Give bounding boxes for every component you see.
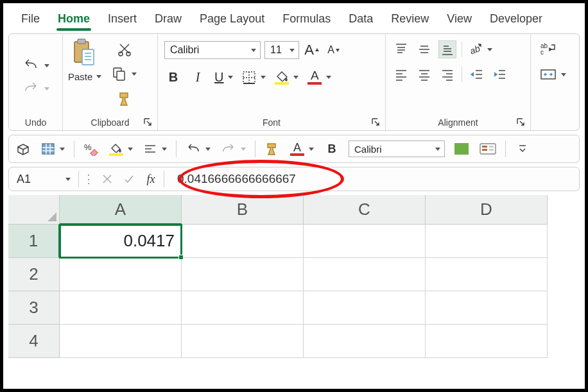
tab-home[interactable]: Home bbox=[49, 8, 99, 32]
wrap-text-button[interactable]: abc bbox=[539, 40, 558, 57]
select-all-corner[interactable] bbox=[8, 195, 60, 225]
row-header-1[interactable]: 1 bbox=[8, 225, 60, 258]
increase-font-button[interactable]: A bbox=[303, 40, 321, 60]
cell-d2[interactable] bbox=[426, 258, 548, 291]
col-header-c[interactable]: C bbox=[304, 195, 426, 225]
col-header-a[interactable]: A bbox=[60, 195, 182, 225]
qat-form-button[interactable] bbox=[478, 141, 497, 157]
formula-input[interactable]: 0.0416666666666667 bbox=[168, 172, 296, 186]
cell-a2[interactable] bbox=[60, 258, 182, 291]
paintbrush-icon bbox=[116, 90, 133, 107]
paste-button[interactable]: Paste bbox=[68, 38, 101, 82]
svg-rect-46 bbox=[541, 70, 555, 79]
cell-d3[interactable] bbox=[426, 291, 548, 325]
redo-icon bbox=[221, 143, 236, 155]
qat-format-painter-button[interactable] bbox=[263, 141, 281, 157]
group-label-undo: Undo bbox=[14, 116, 57, 128]
col-header-b[interactable]: B bbox=[182, 195, 304, 225]
paste-icon bbox=[72, 38, 98, 67]
scissors-icon bbox=[117, 42, 132, 57]
name-box[interactable]: A1 bbox=[13, 173, 74, 186]
qat-redo-button[interactable] bbox=[220, 141, 247, 157]
copy-button[interactable] bbox=[110, 65, 138, 83]
launcher-icon bbox=[371, 117, 380, 126]
cell-b3[interactable] bbox=[182, 291, 304, 325]
cell-a1[interactable]: 0.0417 bbox=[60, 225, 182, 258]
cell-c4[interactable] bbox=[304, 325, 426, 358]
cell-b2[interactable] bbox=[182, 258, 304, 291]
percent-eraser-icon: % bbox=[84, 142, 98, 156]
bucket-icon bbox=[109, 142, 123, 153]
tab-view[interactable]: View bbox=[438, 8, 481, 32]
qat-fontcolor-button[interactable]: A bbox=[289, 141, 315, 157]
alignment-launcher[interactable] bbox=[516, 117, 525, 126]
fill-color-button[interactable] bbox=[273, 69, 300, 86]
col-header-d[interactable]: D bbox=[426, 195, 548, 225]
qat-undo-button[interactable] bbox=[184, 141, 212, 157]
paste-label: Paste bbox=[68, 71, 92, 82]
align-left-button[interactable] bbox=[392, 66, 410, 83]
qat-table-button[interactable] bbox=[40, 141, 66, 157]
format-painter-button[interactable] bbox=[115, 89, 134, 108]
tab-data[interactable]: Data bbox=[340, 8, 382, 32]
tab-page-layout[interactable]: Page Layout bbox=[191, 8, 273, 32]
borders-button[interactable] bbox=[241, 69, 267, 86]
align-bottom-button[interactable] bbox=[438, 40, 456, 58]
cell-c1[interactable] bbox=[304, 225, 426, 258]
chevron-down-icon bbox=[518, 143, 527, 155]
group-label-font: Font bbox=[163, 116, 380, 128]
cut-button[interactable] bbox=[116, 40, 134, 58]
merge-center-button[interactable] bbox=[539, 66, 567, 83]
undo-button[interactable] bbox=[21, 57, 51, 74]
row-header-4[interactable]: 4 bbox=[8, 325, 60, 358]
fill-handle[interactable] bbox=[178, 255, 184, 260]
cell-d1[interactable] bbox=[426, 225, 548, 258]
redo-button[interactable] bbox=[21, 80, 51, 97]
row-header-3[interactable]: 3 bbox=[8, 291, 60, 325]
cell-c2[interactable] bbox=[304, 258, 426, 291]
font-size-value: 11 bbox=[270, 44, 282, 56]
qat-align-button[interactable] bbox=[142, 141, 168, 157]
cell-c3[interactable] bbox=[304, 291, 426, 325]
orientation-button[interactable]: ab bbox=[467, 41, 494, 58]
font-name-select[interactable]: Calibri bbox=[164, 41, 261, 59]
decrease-font-button[interactable]: A bbox=[325, 42, 343, 58]
align-bottom-icon bbox=[440, 42, 454, 56]
tab-review[interactable]: Review bbox=[382, 8, 438, 32]
align-center-button[interactable] bbox=[415, 66, 433, 83]
align-middle-button[interactable] bbox=[415, 41, 433, 58]
tab-insert[interactable]: Insert bbox=[99, 8, 146, 32]
bold-button[interactable]: B bbox=[164, 69, 182, 86]
qat-fillcolor-button[interactable] bbox=[108, 141, 134, 157]
tab-formulas[interactable]: Formulas bbox=[273, 8, 340, 32]
qat-percent-button[interactable]: % bbox=[82, 141, 100, 157]
clipboard-launcher[interactable] bbox=[143, 117, 152, 126]
tab-draw[interactable]: Draw bbox=[146, 8, 191, 32]
cell-b1[interactable] bbox=[182, 225, 304, 258]
italic-button[interactable]: I bbox=[189, 69, 207, 86]
qat-bold-button[interactable]: B bbox=[323, 141, 341, 157]
cell-d4[interactable] bbox=[426, 325, 548, 358]
underline-button[interactable]: U bbox=[213, 69, 234, 86]
font-launcher[interactable] bbox=[371, 117, 380, 126]
enter-formula-button[interactable] bbox=[120, 171, 138, 187]
row-header-2[interactable]: 2 bbox=[8, 258, 60, 291]
svg-rect-59 bbox=[489, 146, 494, 148]
cell-a3[interactable] bbox=[60, 291, 182, 325]
qat-fill-swatch[interactable] bbox=[453, 141, 471, 157]
insert-function-button[interactable]: fx bbox=[142, 171, 160, 187]
tab-file[interactable]: File bbox=[12, 8, 49, 32]
qat-font-select[interactable]: Calibri bbox=[349, 141, 445, 157]
cell-b4[interactable] bbox=[182, 325, 304, 358]
qat-3d-button[interactable] bbox=[14, 141, 32, 157]
align-top-button[interactable] bbox=[392, 41, 410, 58]
decrease-indent-button[interactable] bbox=[467, 66, 485, 83]
qat-customize-button[interactable] bbox=[514, 141, 532, 157]
tab-developer[interactable]: Developer bbox=[481, 8, 551, 32]
cell-a4[interactable] bbox=[60, 325, 182, 358]
font-color-button[interactable]: A bbox=[306, 69, 333, 86]
align-right-button[interactable] bbox=[438, 66, 456, 83]
increase-indent-button[interactable] bbox=[490, 66, 508, 83]
cancel-formula-button[interactable] bbox=[98, 171, 116, 187]
font-size-select[interactable]: 11 bbox=[264, 41, 299, 59]
